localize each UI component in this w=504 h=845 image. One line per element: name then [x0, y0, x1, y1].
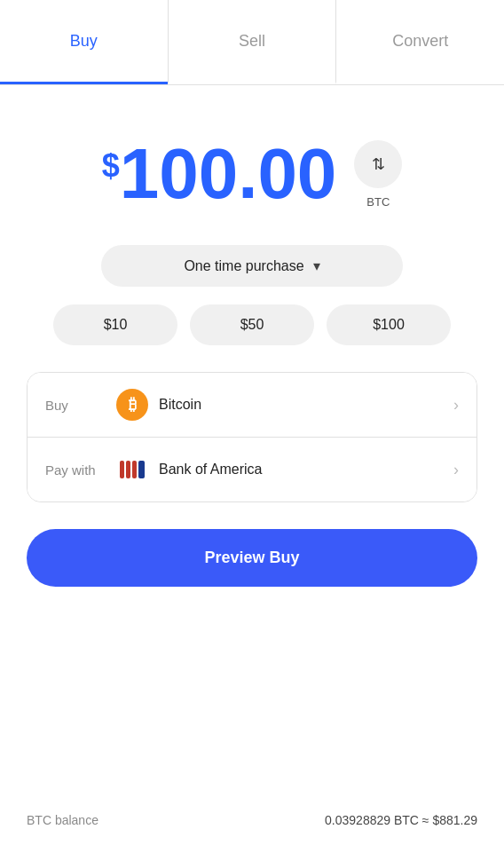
chevron-right-icon-buy: › — [453, 396, 459, 415]
amount-value: 100.00 — [120, 138, 337, 209]
tab-sell-label: Sell — [239, 32, 265, 51]
quick-amounts: $10 $50 $100 — [0, 304, 504, 372]
pay-with-card[interactable]: Pay with Bank of America › — [28, 438, 476, 501]
purchase-type-label: One time purchase — [184, 258, 303, 274]
purchase-type-section: One time purchase ▾ — [0, 245, 504, 304]
svg-rect-3 — [132, 461, 137, 478]
bank-icon — [116, 454, 148, 486]
selection-cards: Buy ₿ Bitcoin › Pay with Bank of Amer — [27, 372, 477, 502]
preview-button-label: Preview Buy — [204, 549, 299, 566]
tab-buy[interactable]: Buy — [0, 0, 168, 84]
chevron-right-icon-pay: › — [453, 461, 459, 479]
preview-section: Preview Buy — [0, 529, 504, 613]
main-container: Buy Sell Convert $ 100.00 ⇅ BTC One time… — [0, 0, 504, 845]
balance-value: 0.03928829 BTC ≈ $881.29 — [325, 813, 477, 827]
buy-card-label: Buy — [45, 398, 116, 413]
currency-symbol: $ — [102, 147, 120, 185]
quick-amount-100[interactable]: $100 — [327, 304, 451, 345]
amount-section: $ 100.00 ⇅ BTC — [0, 85, 504, 245]
preview-buy-button[interactable]: Preview Buy — [27, 529, 477, 587]
tab-sell[interactable]: Sell — [168, 0, 337, 84]
quick-amount-10[interactable]: $10 — [53, 304, 177, 345]
svg-rect-2 — [126, 461, 130, 478]
btc-icon: ₿ — [116, 389, 148, 421]
quick-amount-10-label: $10 — [104, 317, 128, 332]
svg-rect-4 — [138, 461, 145, 478]
currency-unit-label: BTC — [366, 195, 390, 209]
tab-bar: Buy Sell Convert — [0, 0, 504, 85]
tab-convert[interactable]: Convert — [336, 0, 504, 84]
balance-label: BTC balance — [27, 813, 98, 827]
bank-name: Bank of America — [159, 462, 453, 478]
amount-display: $ 100.00 — [102, 138, 337, 209]
tab-convert-label: Convert — [392, 32, 448, 51]
balance-row: BTC balance 0.03928829 BTC ≈ $881.29 — [0, 813, 504, 845]
pay-card-label: Pay with — [45, 462, 116, 478]
currency-switch-group: ⇅ BTC — [354, 140, 402, 209]
purchase-type-button[interactable]: One time purchase ▾ — [101, 245, 403, 287]
swap-icon: ⇅ — [372, 154, 385, 174]
boa-logo-svg — [116, 454, 148, 486]
chevron-down-icon: ▾ — [313, 257, 320, 274]
currency-switch-button[interactable]: ⇅ — [354, 140, 402, 188]
quick-amount-50[interactable]: $50 — [190, 304, 314, 345]
quick-amount-50-label: $50 — [240, 317, 264, 332]
amount-row: $ 100.00 ⇅ BTC — [102, 138, 403, 209]
tab-buy-label: Buy — [70, 32, 98, 51]
svg-rect-1 — [120, 461, 124, 478]
asset-name: Bitcoin — [159, 397, 453, 413]
quick-amount-100-label: $100 — [373, 317, 405, 332]
buy-asset-card[interactable]: Buy ₿ Bitcoin › — [28, 373, 476, 438]
